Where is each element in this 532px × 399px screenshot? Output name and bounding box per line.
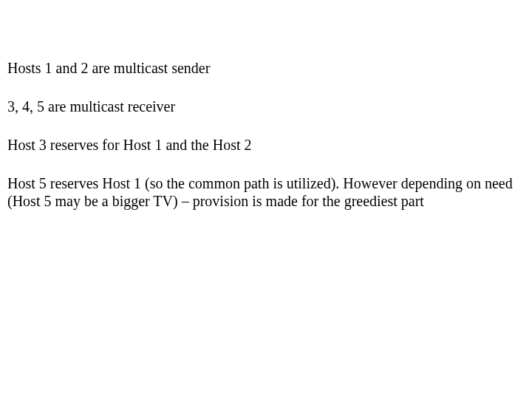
paragraph-4: Host 5 reserves Host 1 (so the common pa… xyxy=(7,174,525,210)
paragraph-3: Host 3 reserves for Host 1 and the Host … xyxy=(7,136,525,154)
paragraph-1: Hosts 1 and 2 are multicast sender xyxy=(7,59,525,77)
paragraph-2: 3, 4, 5 are multicast receiver xyxy=(7,98,525,115)
